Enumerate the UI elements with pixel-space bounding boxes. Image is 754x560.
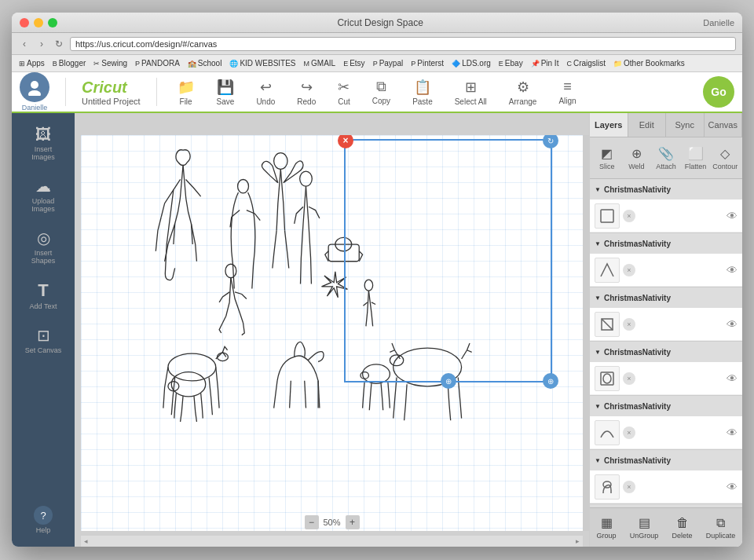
- bookmark-craigslist[interactable]: C Craigslist: [564, 58, 608, 68]
- layer-visibility-5[interactable]: 👁: [727, 426, 738, 439]
- tab-canvas[interactable]: Canvas: [705, 113, 743, 137]
- tab-edit[interactable]: Edit: [628, 113, 667, 137]
- close-button[interactable]: [20, 18, 29, 27]
- paste-button[interactable]: 📋 Paste: [408, 75, 437, 109]
- bookmark-gmail[interactable]: M GMAIL: [302, 58, 339, 68]
- maximize-button[interactable]: [48, 18, 57, 27]
- sidebar-item-help[interactable]: ? Help: [12, 500, 75, 540]
- layer-item-2[interactable]: × 👁: [590, 254, 742, 287]
- file-menu-button[interactable]: 📁 File: [173, 75, 199, 109]
- bookmark-pinterest[interactable]: P Pinterst: [408, 58, 446, 68]
- attach-button[interactable]: 📎 Attach: [652, 141, 680, 175]
- slice-button[interactable]: ◩ Slice: [593, 141, 621, 175]
- bookmark-kid-websites[interactable]: 🌐 KID WEBSITES: [227, 58, 298, 68]
- tab-layers[interactable]: Layers: [590, 113, 628, 137]
- selection-scale-br-handle[interactable]: ⊕: [543, 373, 558, 389]
- refresh-button[interactable]: ↻: [53, 38, 65, 50]
- sidebar-item-insert-shapes[interactable]: ◎ InsertShapes: [12, 222, 75, 271]
- undo-button[interactable]: ↩ Undo: [251, 75, 280, 109]
- layer-header-4[interactable]: ▼ ChristmasNativity: [590, 342, 742, 362]
- bookmarks-bar: ⊞ Apps B Blogger ✂ Sewing P PANDORA 🏫 Sc…: [12, 55, 742, 72]
- bookmark-etsy[interactable]: E Etsy: [341, 58, 367, 68]
- layer-arrow-5: ▼: [595, 403, 601, 410]
- user-avatar[interactable]: [20, 72, 49, 102]
- layer-header-6[interactable]: ▼ ChristmasNativity: [590, 450, 742, 470]
- bookmark-lds[interactable]: 🔷 LDS.org: [449, 58, 493, 68]
- layer-arrow-4: ▼: [595, 349, 601, 356]
- layer-visibility-4[interactable]: 👁: [727, 372, 738, 385]
- zoom-out-button[interactable]: −: [304, 515, 318, 529]
- kid-websites-icon: 🌐: [229, 60, 238, 68]
- layer-item-5[interactable]: × 👁: [590, 416, 742, 449]
- ungroup-button[interactable]: ▤ UnGroup: [630, 515, 659, 540]
- layer-item-4[interactable]: × 👁: [590, 362, 742, 395]
- save-button[interactable]: 💾 Save: [212, 75, 240, 109]
- align-button[interactable]: ≡ Align: [554, 75, 580, 108]
- layer-visibility-3[interactable]: 👁: [727, 318, 738, 331]
- sidebar-item-set-canvas[interactable]: ⊡ Set Canvas: [12, 320, 75, 361]
- layer-visibility-6[interactable]: 👁: [727, 481, 738, 493]
- minimize-button[interactable]: [34, 18, 43, 27]
- bookmark-pinit[interactable]: 📌 Pin It: [529, 58, 562, 68]
- layer-header-5[interactable]: ▼ ChristmasNativity: [590, 396, 742, 416]
- bookmark-sewing[interactable]: ✂ Sewing: [91, 58, 130, 68]
- redo-button[interactable]: ↪ Redo: [292, 75, 320, 109]
- contour-button[interactable]: ◇ Contour: [711, 141, 739, 175]
- bookmark-blogger[interactable]: B Blogger: [50, 58, 88, 68]
- upload-images-icon: ☁: [35, 177, 51, 196]
- vertical-scrollbar[interactable]: [583, 135, 589, 531]
- cut-button[interactable]: ✂ Cut: [333, 75, 355, 109]
- delete-button[interactable]: 🗑 Delete: [672, 516, 693, 540]
- zoom-in-button[interactable]: +: [346, 515, 360, 529]
- svg-line-19: [602, 319, 613, 330]
- duplicate-icon: ⧉: [716, 516, 725, 530]
- layer-header-1[interactable]: ▼ ChristmasNativity: [590, 179, 742, 199]
- svg-point-1: [28, 90, 41, 96]
- sidebar-item-insert-images[interactable]: 🖼 InsertImages: [12, 119, 75, 167]
- horizontal-scrollbar[interactable]: ◂ ▸: [81, 536, 583, 547]
- layer-group-6: ▼ ChristmasNativity × 👁: [590, 450, 742, 504]
- layer-thumb-2: [595, 258, 620, 283]
- layer-visibility-2[interactable]: 👁: [727, 264, 738, 276]
- group-button[interactable]: ▦ Group: [597, 515, 617, 540]
- layer-x-3[interactable]: ×: [623, 318, 635, 331]
- address-input[interactable]: [70, 37, 736, 51]
- forward-button[interactable]: ›: [35, 38, 48, 50]
- layer-header-3[interactable]: ▼ ChristmasNativity: [590, 287, 742, 308]
- bookmark-ebay[interactable]: E Ebay: [496, 58, 525, 68]
- arrange-button[interactable]: ⚙ Arrange: [504, 75, 542, 109]
- duplicate-button[interactable]: ⧉ Duplicate: [706, 516, 736, 540]
- canvas-workspace[interactable]: × ↻ ⊕ ⊕: [81, 135, 583, 531]
- back-button[interactable]: ‹: [18, 38, 31, 50]
- layer-visibility-1[interactable]: 👁: [727, 210, 738, 222]
- layer-thumb-3: [595, 312, 620, 337]
- layer-group-5: ▼ ChristmasNativity × 👁: [590, 396, 742, 450]
- weld-button[interactable]: ⊕ Weld: [623, 141, 651, 175]
- sidebar-item-upload-images[interactable]: ☁ UploadImages: [12, 170, 75, 219]
- layer-arrow-1: ▼: [595, 186, 601, 193]
- layer-item-3[interactable]: × 👁: [590, 308, 742, 341]
- bookmark-other[interactable]: 📁 Other Bookmarks: [611, 58, 687, 68]
- bookmark-school[interactable]: 🏫 School: [185, 58, 225, 68]
- layer-item-6[interactable]: × 👁: [590, 470, 742, 503]
- layer-x-6[interactable]: ×: [623, 481, 635, 493]
- copy-button[interactable]: ⧉ Copy: [368, 75, 395, 108]
- layer-x-2[interactable]: ×: [623, 264, 635, 276]
- flatten-button[interactable]: ⬜ Flatten: [682, 141, 710, 175]
- go-button[interactable]: Go: [703, 76, 734, 108]
- tab-sync[interactable]: Sync: [666, 113, 705, 137]
- layer-item-1[interactable]: × 👁: [590, 199, 742, 232]
- sidebar-item-add-text[interactable]: T Add Text: [12, 274, 75, 317]
- svg-point-11: [171, 372, 205, 397]
- select-all-button[interactable]: ⊞ Select All: [450, 75, 492, 109]
- bookmark-pandora[interactable]: P PANDORA: [133, 58, 182, 68]
- layer-header-2[interactable]: ▼ ChristmasNativity: [590, 233, 742, 254]
- layer-x-1[interactable]: ×: [623, 210, 635, 222]
- bookmark-apps[interactable]: ⊞ Apps: [16, 58, 47, 68]
- layer-x-5[interactable]: ×: [623, 426, 635, 439]
- selection-scale-handle[interactable]: ⊕: [441, 373, 456, 389]
- separator-1: [65, 78, 66, 106]
- layer-x-4[interactable]: ×: [623, 372, 635, 385]
- right-panel: Layers Edit Sync Canvas ◩ Slice ⊕ Weld: [589, 113, 742, 547]
- bookmark-paypal[interactable]: P Paypal: [371, 58, 406, 68]
